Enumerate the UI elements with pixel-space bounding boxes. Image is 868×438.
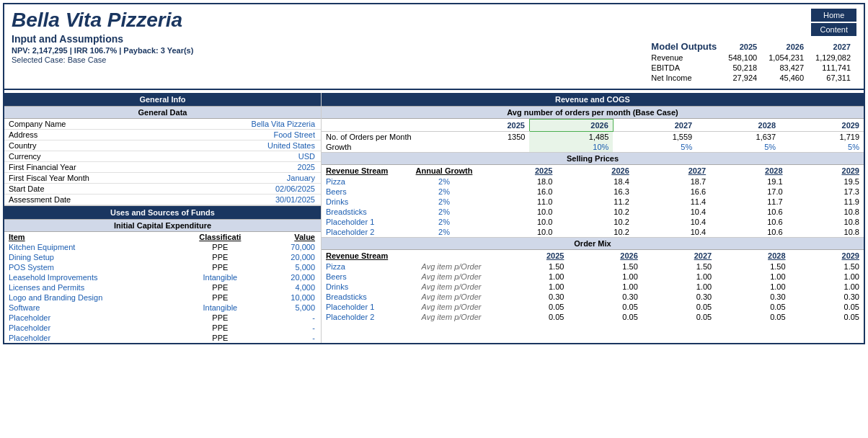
list-item: Licenses and PermitsPPE4,000 bbox=[4, 282, 321, 292]
selected-case: Selected Case: Base Case bbox=[12, 55, 193, 64]
list-item: Placeholder 1Avg item p/Order0.050.050.0… bbox=[322, 302, 864, 312]
col-value-header: Value bbox=[263, 232, 321, 242]
list-item: Growth10%5%5%5% bbox=[322, 142, 864, 152]
orders-header: Avg number of orders per month (Base Cas… bbox=[322, 106, 864, 119]
year-2026-header: 2026 bbox=[763, 40, 810, 53]
list-item: First Fiscal Year Month January bbox=[4, 173, 321, 184]
sp-col-stream: Revenue Stream bbox=[322, 165, 408, 176]
model-outputs-table: Model Outputs 2025 2026 2027 Revenue 548… bbox=[645, 40, 856, 83]
list-item: Placeholder 22%10.010.210.410.610.8 bbox=[322, 227, 864, 237]
list-item: Country United States bbox=[4, 140, 321, 151]
company-title: Bella Vita Pizzeria bbox=[12, 9, 193, 32]
page-subtitle: Input and Assumptions bbox=[12, 33, 193, 45]
list-item: Currency USD bbox=[4, 151, 321, 162]
selling-prices-header: Selling Prices bbox=[322, 152, 864, 165]
list-item: Address Food Street bbox=[4, 130, 321, 140]
list-item: Beers2%16.016.316.617.017.3 bbox=[322, 187, 864, 197]
list-item: Placeholder 12%10.010.210.410.610.8 bbox=[322, 217, 864, 227]
general-data-header: General Data bbox=[4, 106, 321, 119]
capital-expenditure-header: Initial Capital Expenditure bbox=[4, 219, 321, 232]
general-info-header: General Info bbox=[4, 93, 321, 106]
list-item: No. of Orders per Month13501,4851,5591,6… bbox=[322, 132, 864, 143]
list-item: Placeholder 2Avg item p/Order0.050.050.0… bbox=[322, 312, 864, 322]
table-row: Net Income 27,924 45,460 67,311 bbox=[645, 73, 856, 83]
list-item: POS SystemPPE5,000 bbox=[4, 262, 321, 272]
list-item: First Financial Year 2025 bbox=[4, 162, 321, 173]
sp-col-growth: Annual Growth bbox=[408, 165, 480, 176]
list-item: Start Date 02/06/2025 bbox=[4, 184, 321, 195]
list-item: Leasehold ImprovementsIntangible20,000 bbox=[4, 272, 321, 282]
list-item: Pizza2%18.018.418.719.119.5 bbox=[322, 176, 864, 187]
table-row: EBITDA 50,218 83,427 111,741 bbox=[645, 63, 856, 73]
list-item: Breadsticks2%10.010.210.410.610.8 bbox=[322, 207, 864, 217]
content-button[interactable]: Content bbox=[811, 23, 856, 36]
uses-sources-header: Uses and Sources of Funds bbox=[4, 205, 321, 219]
orders-table: 2025 2026 2027 2028 2029 No. of Orders p… bbox=[322, 119, 864, 152]
list-item: Dining SetupPPE20,000 bbox=[4, 252, 321, 262]
list-item: Kitchen EquipmentPPE70,000 bbox=[4, 242, 321, 252]
general-info-table: Company Name Bella Vita Pizzeria Address… bbox=[4, 119, 321, 205]
revenue-cogs-header: Revenue and COGS bbox=[322, 93, 864, 106]
list-item: Company Name Bella Vita Pizzeria bbox=[4, 119, 321, 130]
list-item: SoftwareIntangible5,000 bbox=[4, 303, 321, 313]
year-2027-header: 2027 bbox=[810, 40, 856, 53]
npv-line: NPV: 2,147,295 | IRR 106.7% | Payback: 3… bbox=[12, 46, 193, 55]
list-item: DrinksAvg item p/Order1.001.001.001.001.… bbox=[322, 282, 864, 292]
list-item: Logo and Branding DesignPPE10,000 bbox=[4, 292, 321, 303]
om-col-stream: Revenue Stream bbox=[322, 250, 408, 262]
col-class-header: Classificati bbox=[177, 232, 262, 242]
list-item: Drinks2%11.011.211.411.711.9 bbox=[322, 197, 864, 207]
home-button[interactable]: Home bbox=[811, 9, 856, 22]
prices-table: Revenue Stream Annual Growth 2025 2026 2… bbox=[322, 165, 864, 237]
list-item: BeersAvg item p/Order1.001.001.001.001.0… bbox=[322, 272, 864, 282]
col-item-header: Item bbox=[4, 232, 177, 242]
list-item: Assessment Date 30/01/2025 bbox=[4, 195, 321, 205]
list-item: PlaceholderPPE- bbox=[4, 323, 321, 333]
order-mix-table: Revenue Stream 2025 2026 2027 2028 2029 … bbox=[322, 250, 864, 322]
list-item: BreadsticksAvg item p/Order0.300.300.300… bbox=[322, 292, 864, 302]
list-item: PlaceholderPPE- bbox=[4, 333, 321, 343]
list-item: PlaceholderPPE- bbox=[4, 313, 321, 323]
list-item: PizzaAvg item p/Order1.501.501.501.501.5… bbox=[322, 262, 864, 272]
capital-table: Item Classificati Value Kitchen Equipmen… bbox=[4, 232, 321, 343]
year-2025-header: 2025 bbox=[722, 40, 763, 53]
model-outputs-title: Model Outputs bbox=[645, 40, 722, 53]
table-row: Revenue 548,100 1,054,231 1,129,082 bbox=[645, 53, 856, 63]
order-mix-header: Order Mix bbox=[322, 237, 864, 250]
